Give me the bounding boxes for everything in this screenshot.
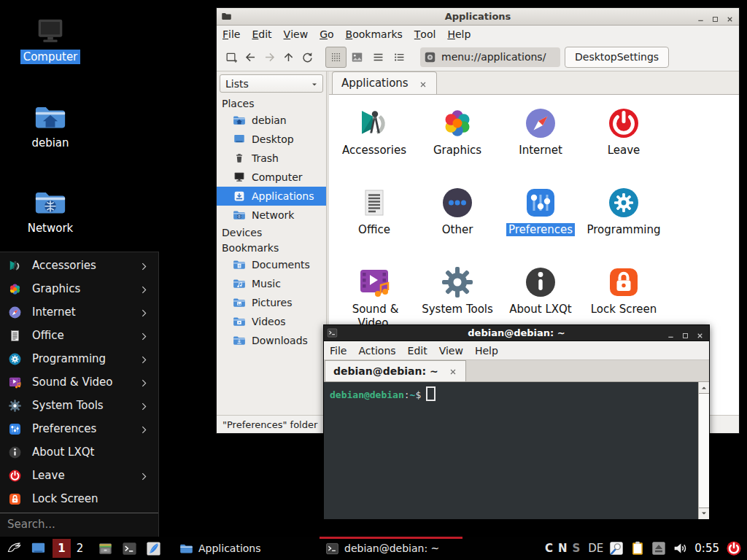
- desktop-icon-debian[interactable]: debian: [15, 101, 85, 150]
- menu-view[interactable]: View: [433, 341, 469, 359]
- menu-edit[interactable]: Edit: [246, 26, 277, 43]
- forward-button[interactable]: [260, 47, 279, 66]
- sidebar-header-devices: Devices: [217, 225, 326, 240]
- sidebar-item-label: Documents: [252, 259, 310, 271]
- fm-close-button[interactable]: [726, 12, 734, 20]
- folder-item-other[interactable]: Other: [416, 183, 499, 262]
- folder-item-preferences[interactable]: Preferences: [499, 183, 582, 262]
- power-button[interactable]: [726, 540, 742, 556]
- clock[interactable]: 0:55: [694, 542, 719, 555]
- menu-bookmarks[interactable]: Bookmarks: [340, 26, 409, 43]
- pager-desktop-1[interactable]: 1: [53, 539, 71, 558]
- application-menu: AccessoriesGraphicsInternetOfficeProgram…: [0, 252, 159, 537]
- back-button[interactable]: [241, 47, 260, 66]
- thumbnail-view-button[interactable]: [347, 47, 368, 68]
- folder-item-graphics[interactable]: Graphics: [416, 104, 499, 183]
- tab-applications[interactable]: Applications: [332, 71, 437, 94]
- sidebar-mode-label: Lists: [225, 78, 249, 90]
- menu-item-programming[interactable]: Programming: [0, 347, 158, 370]
- fm-minimize-button[interactable]: [697, 12, 705, 20]
- sidebar-item-music[interactable]: Music: [217, 274, 326, 293]
- task-applications[interactable]: Applications: [172, 537, 318, 560]
- scroll-down-icon[interactable]: [700, 509, 708, 518]
- menu-edit[interactable]: Edit: [402, 341, 433, 359]
- other-icon: [440, 185, 475, 220]
- menu-item-lock-screen[interactable]: Lock Screen: [0, 487, 158, 510]
- chevron-right-icon: [139, 308, 149, 317]
- sidebar-item-desktop[interactable]: Desktop: [217, 130, 326, 149]
- reload-button[interactable]: [298, 47, 317, 66]
- clipboard-tray-icon[interactable]: [630, 540, 646, 556]
- folder-item-office[interactable]: Office: [333, 183, 416, 262]
- menu-item-office[interactable]: Office: [0, 324, 158, 347]
- show-desktop-button[interactable]: [29, 540, 47, 557]
- menu-item-accessories[interactable]: Accessories: [0, 254, 158, 277]
- up-button[interactable]: [279, 47, 298, 66]
- terminal-output[interactable]: debian@debian:~$: [324, 382, 709, 519]
- menu-go[interactable]: Go: [314, 26, 339, 43]
- icon-view-button[interactable]: [325, 47, 347, 68]
- terminal-minimize-button[interactable]: [667, 329, 675, 337]
- terminal-titlebar[interactable]: debian@debian: ~: [324, 325, 709, 341]
- terminal-scrollbar[interactable]: [698, 382, 709, 519]
- menu-item-graphics[interactable]: Graphics: [0, 277, 158, 300]
- screenshot-tray-icon[interactable]: [608, 540, 624, 556]
- desktop-icon-network[interactable]: Network: [15, 186, 85, 236]
- menu-item-leave[interactable]: Leave: [0, 464, 158, 487]
- menu-actions[interactable]: Actions: [352, 341, 401, 359]
- menu-file[interactable]: File: [217, 26, 246, 43]
- sidebar-item-documents[interactable]: Documents: [217, 255, 326, 274]
- folder-item-label: Leave: [582, 144, 665, 158]
- sidebar-item-network[interactable]: Network: [217, 206, 326, 225]
- detailed-view-button[interactable]: [389, 47, 410, 68]
- menu-item-internet[interactable]: Internet: [0, 300, 158, 324]
- tab-close-icon[interactable]: [419, 79, 427, 88]
- desktop-settings-button[interactable]: DesktopSettings: [565, 47, 669, 68]
- menu-help[interactable]: Help: [441, 26, 476, 43]
- menu-item-preferences[interactable]: Preferences: [0, 417, 158, 440]
- featherpad-launcher[interactable]: [144, 540, 162, 557]
- compact-view-button[interactable]: [368, 47, 389, 68]
- keyboard-layout-indicator[interactable]: DE: [588, 542, 603, 555]
- new-tab-button[interactable]: [222, 47, 241, 66]
- main-menu-button[interactable]: [4, 540, 22, 557]
- folder-item-programming[interactable]: Programming: [582, 183, 665, 262]
- terminal-tab[interactable]: debian@debian: ~: [325, 360, 466, 381]
- task-debian-debian[interactable]: debian@debian: ~: [318, 537, 464, 560]
- menu-item-sound-video[interactable]: Sound & Video: [0, 370, 158, 394]
- fm-maximize-button[interactable]: [711, 12, 719, 20]
- address-bar[interactable]: menu://applications/: [420, 47, 560, 67]
- folder-item-accessories[interactable]: Accessories: [333, 104, 416, 183]
- sidebar-mode-selector[interactable]: Lists: [220, 74, 323, 93]
- scroll-up-icon[interactable]: [700, 384, 708, 392]
- sidebar-item-computer[interactable]: Computer: [217, 168, 326, 187]
- graphics-icon: [8, 282, 22, 296]
- folder-item-internet[interactable]: Internet: [499, 104, 582, 183]
- active-task-indicator: [320, 537, 462, 539]
- menu-file[interactable]: File: [324, 341, 352, 359]
- menu-help[interactable]: Help: [469, 341, 504, 359]
- file-manager-launcher[interactable]: [96, 540, 114, 557]
- menu-item-system-tools[interactable]: System Tools: [0, 394, 158, 417]
- scrollbar-thumb[interactable]: [699, 393, 709, 508]
- menu-search-input[interactable]: Search...: [0, 513, 158, 534]
- fm-titlebar[interactable]: Applications: [217, 8, 739, 26]
- sidebar-item-downloads[interactable]: Downloads: [217, 331, 326, 350]
- menu-tool[interactable]: Tool: [409, 26, 442, 43]
- terminal-tab-close-icon[interactable]: [449, 367, 457, 376]
- volume-icon[interactable]: [672, 540, 688, 556]
- removable-media-icon[interactable]: [651, 540, 667, 556]
- sidebar-item-applications[interactable]: Applications: [217, 187, 326, 206]
- sidebar-item-trash[interactable]: Trash: [217, 149, 326, 168]
- terminal-close-button[interactable]: [696, 329, 704, 337]
- sidebar-item-videos[interactable]: Videos: [217, 312, 326, 331]
- folder-item-leave[interactable]: Leave: [582, 104, 665, 183]
- desktop-icon-computer[interactable]: Computer: [15, 15, 85, 64]
- terminal-maximize-button[interactable]: [681, 329, 689, 337]
- sidebar-item-pictures[interactable]: Pictures: [217, 293, 326, 312]
- menu-view[interactable]: View: [278, 26, 314, 43]
- terminal-launcher[interactable]: [120, 540, 138, 557]
- menu-item-about-lxqt[interactable]: About LXQt: [0, 440, 158, 464]
- sidebar-item-debian[interactable]: debian: [217, 111, 326, 130]
- pager-desktop-2[interactable]: 2: [71, 539, 89, 558]
